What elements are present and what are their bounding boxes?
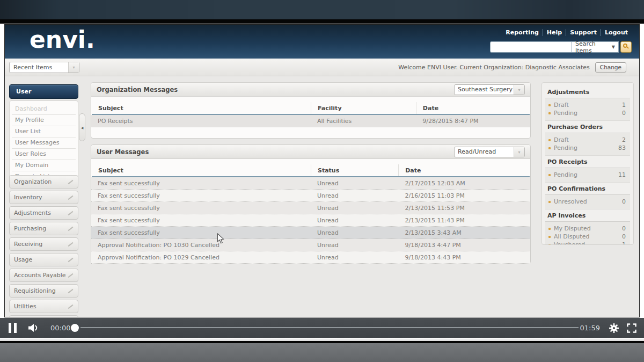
summary-link-adjustments-draft[interactable]: Draft 1 xyxy=(547,101,628,109)
org-message-row[interactable]: PO Receipts All Facilities 9/28/2015 8:4… xyxy=(91,115,530,127)
summary-link-po-receipts-pending[interactable]: Pending 11 xyxy=(547,171,628,179)
welcome-text: Welcome ENVI User. Current Organization:… xyxy=(398,64,590,71)
sidebar-section-utilities[interactable]: Utilities xyxy=(9,300,78,313)
search-icon xyxy=(623,44,627,48)
section-expand-icon xyxy=(68,257,74,263)
pause-button[interactable] xyxy=(9,323,17,333)
user-message-row-highlighted[interactable]: Fax sent successfully Unread 2/13/2015 3… xyxy=(91,227,530,239)
sidebar-section-stub xyxy=(9,315,78,317)
org-messages-table-header: Subject Facility Date xyxy=(92,102,530,115)
sidebar-section-accounts-payable[interactable]: Accounts Payable xyxy=(9,269,78,282)
dashboard-summary-panel: Adjustments Draft 1 Pending 0 Purchase O… xyxy=(541,82,634,245)
column-header-subject[interactable]: Subject xyxy=(92,102,311,114)
video-controls-bar: 00:00 01:59 xyxy=(0,318,644,338)
organization-messages-header: Organization Messages Southeast Surgery … xyxy=(91,83,530,97)
nav-reporting[interactable]: Reporting xyxy=(502,29,543,36)
column-header-facility[interactable]: Facility xyxy=(311,102,416,114)
dropdown-arrow-icon: ▾ xyxy=(514,85,524,95)
app-header: envi. Reporting Help Support Logout Sear… xyxy=(5,25,639,59)
sidebar-item-my-domain[interactable]: My Domain xyxy=(12,160,76,171)
current-time: 00:00 xyxy=(50,324,70,332)
toolbar-row: Recent Items ▾ Welcome ENVI User. Curren… xyxy=(5,59,639,76)
settings-button[interactable] xyxy=(609,323,619,336)
bullet-icon xyxy=(548,201,551,203)
column-header-subject[interactable]: Subject xyxy=(92,164,311,176)
sidebar-sections: Organization Inventory Adjustments Purch… xyxy=(9,175,78,317)
nav-help[interactable]: Help xyxy=(543,29,566,36)
mouse-cursor-icon xyxy=(217,233,224,247)
user-message-row[interactable]: Approval Notification: PO 1030 Cancelled… xyxy=(91,239,530,251)
section-expand-icon xyxy=(68,273,74,278)
user-message-row[interactable]: Fax sent successfully Unread 2/13/2015 1… xyxy=(91,202,530,214)
search-type-dropdown[interactable]: Search Items ▼ xyxy=(572,41,619,53)
volume-icon xyxy=(28,323,40,333)
summary-link-ap-all-disputed[interactable]: All Disputed 0 xyxy=(547,233,628,241)
sidebar-item-user-list[interactable]: User List xyxy=(12,126,76,137)
volume-button[interactable] xyxy=(28,323,40,335)
bullet-icon xyxy=(548,112,551,114)
user-message-row[interactable]: Fax sent successfully Unread 2/17/2015 1… xyxy=(91,177,530,190)
settings-gear-icon xyxy=(609,323,619,334)
summary-link-po-draft[interactable]: Draft 2 xyxy=(547,136,628,144)
user-message-row[interactable]: Fax sent successfully Unread 2/13/2015 1… xyxy=(91,214,530,227)
sidebar-collapse-handle[interactable]: ◀ xyxy=(79,113,85,141)
recent-items-dropdown[interactable]: Recent Items ▾ xyxy=(9,62,79,73)
summary-title-adjustments: Adjustments xyxy=(545,86,630,98)
column-header-date[interactable]: Date xyxy=(416,102,530,114)
summary-link-ap-my-disputed[interactable]: My Disputed 0 xyxy=(547,225,628,233)
bullet-icon xyxy=(548,104,551,106)
change-organization-button[interactable]: Change xyxy=(595,62,626,73)
chevron-down-icon: ▼ xyxy=(612,45,615,49)
sidebar-section-adjustments[interactable]: Adjustments xyxy=(9,206,78,220)
bullet-icon xyxy=(548,244,551,245)
sidebar-section-inventory[interactable]: Inventory xyxy=(9,191,78,204)
user-message-row[interactable]: Fax sent successfully Unread 2/16/2015 1… xyxy=(91,190,530,202)
panel-title: User Messages xyxy=(97,148,149,156)
sidebar-section-user[interactable]: User xyxy=(9,84,78,99)
section-expand-icon xyxy=(68,304,74,309)
envi-app: envi. Reporting Help Support Logout Sear… xyxy=(4,24,640,317)
user-messages-table-header: Subject Status Date xyxy=(92,164,530,177)
summary-link-adjustments-pending[interactable]: Pending 0 xyxy=(547,109,628,117)
summary-link-ap-vouchered[interactable]: Vouchered 1 xyxy=(547,241,628,245)
playhead-handle[interactable] xyxy=(71,324,79,332)
summary-title-po-confirmations: PO Confirmations xyxy=(545,183,630,195)
nav-logout[interactable]: Logout xyxy=(601,29,632,36)
bullet-icon xyxy=(548,236,551,238)
fullscreen-icon xyxy=(627,323,636,333)
search-button[interactable] xyxy=(620,41,632,53)
sidebar-item-user-messages[interactable]: User Messages xyxy=(12,137,76,149)
sidebar-section-purchasing[interactable]: Purchasing xyxy=(9,222,78,235)
sidebar-item-my-profile[interactable]: My Profile xyxy=(12,115,76,126)
collapse-arrow-icon: ◀ xyxy=(81,126,84,129)
search-bar: Search Items ▼ xyxy=(490,41,632,53)
bullet-icon xyxy=(548,228,551,230)
page-bottom-bar xyxy=(0,343,644,362)
read-unread-filter-dropdown[interactable]: Read/Unread ▾ xyxy=(454,147,525,157)
dropdown-arrow-icon: ▾ xyxy=(514,147,524,157)
summary-link-po-confirmations-unresolved[interactable]: Unresolved 0 xyxy=(547,198,628,206)
envi-logo: envi. xyxy=(30,26,95,53)
summary-title-po-receipts: PO Receipts xyxy=(545,156,630,168)
section-expand-icon xyxy=(68,179,74,185)
progress-track[interactable] xyxy=(80,327,579,328)
facility-filter-dropdown[interactable]: Southeast Surgery Cente ▾ xyxy=(454,84,525,95)
sidebar-section-requisitioning[interactable]: Requisitioning xyxy=(9,284,78,298)
user-message-row[interactable]: Approval Notification: PO 1029 Cancelled… xyxy=(91,251,530,264)
top-nav: Reporting Help Support Logout xyxy=(502,29,632,36)
column-header-date[interactable]: Date xyxy=(398,164,530,176)
sidebar-section-usage[interactable]: Usage xyxy=(9,253,78,266)
recent-items-label: Recent Items xyxy=(10,62,68,73)
nav-support[interactable]: Support xyxy=(566,29,601,36)
panel-title: Organization Messages xyxy=(97,86,178,93)
summary-link-po-pending[interactable]: Pending 83 xyxy=(547,144,628,152)
sidebar-section-receiving[interactable]: Receiving xyxy=(9,237,78,251)
bullet-icon xyxy=(548,147,551,149)
column-header-status[interactable]: Status xyxy=(311,164,398,176)
user-messages-header: User Messages Read/Unread ▾ xyxy=(91,145,530,159)
search-input[interactable] xyxy=(490,41,572,53)
section-expand-icon xyxy=(68,288,74,294)
sidebar-section-organization[interactable]: Organization xyxy=(9,175,78,189)
fullscreen-button[interactable] xyxy=(627,323,636,335)
sidebar-item-user-roles[interactable]: User Roles xyxy=(12,149,76,160)
